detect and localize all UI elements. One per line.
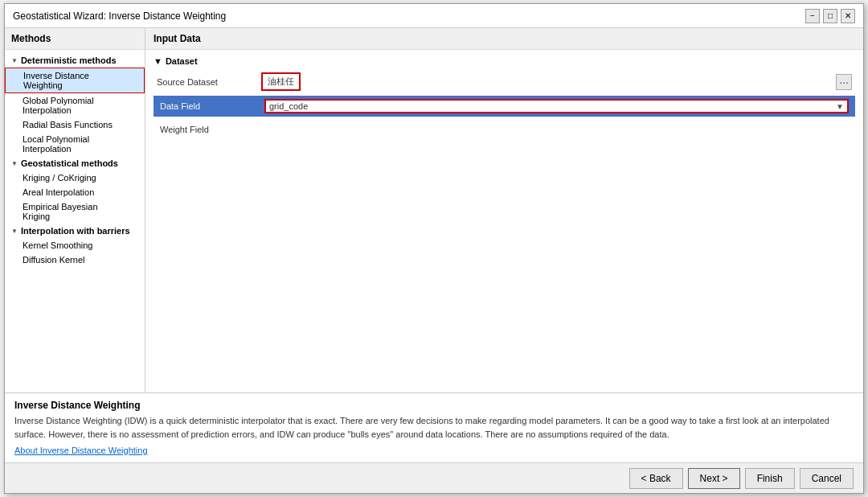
close-button[interactable]: ✕ [841, 9, 855, 23]
title-bar: Geostatistical Wizard: Inverse Distance … [5, 4, 863, 28]
methods-panel: Methods ▼ Deterministic methods Inverse … [5, 28, 145, 392]
main-content: Methods ▼ Deterministic methods Inverse … [5, 28, 863, 392]
source-dataset-row: Source Dataset 油桂任 ··· [154, 71, 855, 92]
sidebar-item-lpi[interactable]: Local Polynomial Interpolation [5, 132, 145, 156]
select-arrow-icon: ▼ [836, 102, 844, 111]
triangle-icon-geo: ▼ [11, 160, 18, 167]
data-field-label: Data Field [157, 100, 261, 113]
triangle-icon: ▼ [11, 57, 18, 64]
footer: < Back Next > Finish Cancel [5, 462, 863, 493]
about-link[interactable]: About Inverse Distance Weighting [14, 446, 148, 455]
dataset-collapse-icon: ▼ [154, 56, 162, 66]
source-dataset-browse-button[interactable]: ··· [836, 74, 852, 90]
sidebar-item-kernel[interactable]: Kernel Smoothing [5, 238, 145, 253]
group-barriers[interactable]: ▼ Interpolation with barriers [5, 224, 145, 238]
group-deterministic-label: Deterministic methods [21, 55, 117, 65]
weight-field-row: Weight Field [154, 120, 855, 139]
group-deterministic[interactable]: ▼ Deterministic methods [5, 53, 145, 68]
dataset-header: ▼ Dataset [154, 56, 855, 66]
next-button[interactable]: Next > [688, 468, 740, 489]
description-text: Inverse Distance Weighting (IDW) is a qu… [14, 414, 854, 441]
description-title: Inverse Distance Weighting [14, 400, 854, 411]
group-barriers-label: Interpolation with barriers [21, 226, 130, 236]
description-panel: Inverse Distance Weighting Inverse Dista… [5, 392, 863, 462]
window-controls: − □ ✕ [805, 9, 855, 23]
weight-field-value [261, 128, 852, 131]
main-window: Geostatistical Wizard: Inverse Distance … [4, 3, 864, 494]
dataset-header-label: Dataset [166, 56, 198, 66]
content-area [145, 149, 863, 392]
source-dataset-value: 油桂任 ··· [258, 71, 855, 92]
cancel-button[interactable]: Cancel [800, 468, 854, 489]
back-button[interactable]: < Back [629, 468, 683, 489]
triangle-icon-barriers: ▼ [11, 228, 18, 235]
data-field-value: grid_code ▼ [261, 97, 852, 115]
input-header: Input Data [145, 28, 863, 50]
window-title: Geostatistical Wizard: Inverse Distance … [13, 10, 226, 22]
sidebar-item-gpi[interactable]: Global Polynomial Interpolation [5, 93, 145, 117]
sidebar-item-ebk[interactable]: Empirical Bayesian Kriging [5, 199, 145, 224]
group-geostatistical[interactable]: ▼ Geostatistical methods [5, 156, 145, 170]
sidebar-item-areal[interactable]: Areal Interpolation [5, 185, 145, 199]
group-geostatistical-label: Geostatistical methods [21, 158, 118, 168]
sidebar-item-idw[interactable]: Inverse Distance Weighting [5, 68, 145, 93]
minimize-button[interactable]: − [805, 9, 820, 23]
dataset-section: ▼ Dataset Source Dataset 油桂任 ··· Data Fi… [145, 50, 863, 149]
sidebar-item-diffusion[interactable]: Diffusion Kernel [5, 253, 145, 267]
source-dataset-text: 油桂任 [261, 72, 301, 91]
sidebar-item-rbf[interactable]: Radial Basis Functions [5, 117, 145, 132]
maximize-button[interactable]: □ [823, 9, 837, 23]
finish-button[interactable]: Finish [745, 468, 795, 489]
sidebar-item-kriging[interactable]: Kriging / CoKriging [5, 170, 145, 185]
weight-field-label: Weight Field [157, 123, 261, 136]
data-field-selected-value: grid_code [269, 101, 308, 111]
data-field-select[interactable]: grid_code ▼ [264, 99, 849, 113]
data-field-row: Data Field grid_code ▼ [154, 96, 855, 117]
source-dataset-label: Source Dataset [154, 76, 258, 88]
methods-header: Methods [5, 28, 145, 50]
methods-tree: ▼ Deterministic methods Inverse Distance… [5, 50, 145, 270]
input-panel: Input Data ▼ Dataset Source Dataset 油桂任 … [145, 28, 863, 392]
